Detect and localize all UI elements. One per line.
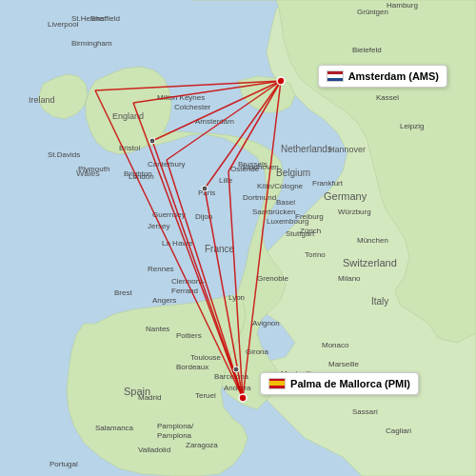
svg-text:Dortmund: Dortmund — [243, 193, 276, 202]
barcelona-dot — [233, 367, 239, 372]
svg-text:Salamanca: Salamanca — [95, 424, 134, 432]
svg-text:Toulouse: Toulouse — [190, 353, 222, 362]
svg-text:Stuttgart: Stuttgart — [286, 229, 315, 238]
svg-text:Poitiers: Poitiers — [176, 331, 202, 340]
svg-text:St.Helens: St.Helens — [71, 14, 105, 23]
amsterdam-label: Amsterdam (AMS) — [348, 70, 439, 82]
svg-text:Grenoble: Grenoble — [257, 274, 288, 283]
svg-text:Netherlands: Netherlands — [281, 144, 332, 154]
svg-text:Monaco: Monaco — [322, 341, 349, 349]
svg-text:Ireland: Ireland — [29, 95, 55, 105]
london-dot — [149, 138, 155, 144]
svg-text:Leipzig: Leipzig — [400, 122, 424, 130]
svg-text:Frankfurt: Frankfurt — [312, 179, 344, 188]
svg-text:Nantes: Nantes — [146, 325, 169, 333]
amsterdam-dot — [277, 77, 285, 85]
svg-text:Bielefeld: Bielefeld — [352, 46, 382, 54]
svg-text:Ferrand: Ferrand — [171, 287, 198, 295]
palma-label: Palma de Mallorca (PMI) — [290, 378, 410, 389]
svg-text:France: France — [205, 244, 235, 254]
svg-text:Pamplona: Pamplona — [157, 431, 192, 440]
svg-text:Italy: Italy — [371, 296, 388, 307]
paris-dot — [202, 186, 208, 191]
map-container: Ireland England Wales France Spain Nethe… — [0, 0, 476, 476]
svg-text:Torino: Torino — [305, 250, 326, 259]
svg-text:Angers: Angers — [152, 296, 176, 305]
svg-text:Valladolid: Valladolid — [138, 446, 170, 454]
svg-text:Teruel: Teruel — [195, 391, 216, 400]
svg-text:Brighton: Brighton — [124, 169, 152, 178]
amsterdam-info-box: Amsterdam (AMS) — [318, 65, 447, 88]
svg-text:Grünigen: Grünigen — [357, 8, 388, 16]
palma-dot — [239, 394, 247, 402]
svg-text:Sassari: Sassari — [352, 407, 378, 416]
svg-text:St.Davids: St.Davids — [48, 150, 80, 159]
svg-text:Germany: Germany — [324, 190, 367, 202]
svg-text:München: München — [357, 236, 388, 245]
svg-text:Birmingham: Birmingham — [71, 39, 112, 48]
svg-text:Cagliari: Cagliari — [386, 426, 411, 435]
svg-text:Brest: Brest — [114, 288, 132, 297]
svg-text:Basel: Basel — [276, 198, 295, 207]
svg-text:Colchester: Colchester — [174, 103, 211, 111]
svg-text:Luxembourg: Luxembourg — [267, 217, 308, 226]
svg-text:Marseille: Marseille — [328, 360, 360, 368]
svg-text:Köln/Cologne: Köln/Cologne — [257, 182, 304, 190]
svg-text:Würzburg: Würzburg — [338, 208, 371, 216]
svg-text:Milano: Milano — [338, 274, 361, 283]
svg-text:Kassel: Kassel — [376, 93, 399, 102]
svg-text:Hamburg: Hamburg — [387, 1, 418, 10]
svg-text:Ostende: Ostende — [230, 165, 260, 173]
svg-text:Belgium: Belgium — [276, 168, 310, 178]
svg-text:Hannover: Hannover — [328, 145, 366, 154]
svg-text:Pamplona/: Pamplona/ — [157, 422, 194, 430]
spain-flag — [268, 378, 286, 389]
svg-text:Avignon: Avignon — [252, 319, 280, 327]
svg-text:Rennes: Rennes — [148, 265, 174, 273]
svg-text:Portugal: Portugal — [50, 460, 78, 468]
svg-text:Guernsey: Guernsey — [152, 210, 186, 219]
palma-info-box: Palma de Mallorca (PMI) — [260, 372, 419, 395]
svg-text:Zaragoza: Zaragoza — [186, 441, 218, 449]
svg-text:Saarbrücken: Saarbrücken — [252, 208, 295, 216]
svg-text:Madrid: Madrid — [138, 393, 161, 402]
netherlands-flag — [327, 70, 344, 82]
svg-text:Plymouth: Plymouth — [78, 165, 109, 173]
svg-text:Bordeaux: Bordeaux — [176, 363, 208, 371]
svg-text:Lille: Lille — [219, 176, 233, 185]
svg-text:Switzerland: Switzerland — [343, 257, 397, 268]
